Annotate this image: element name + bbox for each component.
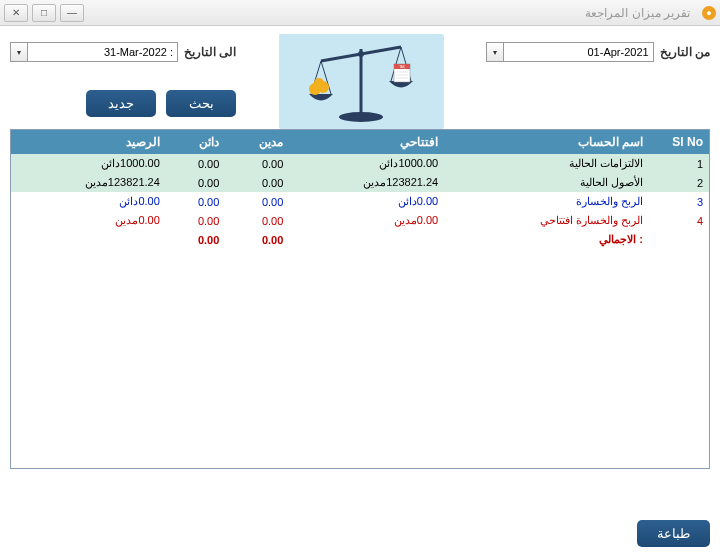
chevron-down-icon[interactable]: ▾	[10, 42, 28, 62]
cell-account: الربح والخسارة افتتاحي	[444, 211, 649, 230]
cell-opening: 1000.00دائن	[289, 154, 444, 173]
table-row[interactable]: 1الالتزامات الحالية1000.00دائن0.000.0010…	[11, 154, 709, 173]
from-date-label: من التاريخ	[660, 45, 710, 59]
table-row[interactable]: 4الربح والخسارة افتتاحي0.00مدين0.000.000…	[11, 211, 709, 230]
window-title: تقرير ميزان المراجعة	[84, 6, 696, 20]
col-credit: دائن	[166, 130, 225, 154]
to-date-input[interactable]	[28, 42, 178, 62]
cell-credit: 0.00	[166, 192, 225, 211]
to-date-group: الى التاريخ ▾	[10, 42, 236, 62]
cell-sl: 2	[649, 173, 709, 192]
cell-debit: 0.00	[225, 192, 289, 211]
cell-sl: 3	[649, 192, 709, 211]
cell-credit: 0.00	[166, 173, 225, 192]
cell-debit: 0.00	[225, 211, 289, 230]
cell-sl: 4	[649, 211, 709, 230]
cell-account: الأصول الحالية	[444, 173, 649, 192]
cell-credit: 0.00	[166, 154, 225, 173]
cell-opening: 123821.24مدين	[289, 173, 444, 192]
from-date-group: من التاريخ ▾	[486, 42, 710, 62]
table-row[interactable]: 3الربح والخسارة0.00دائن0.000.000.00دائن	[11, 192, 709, 211]
cell-debit: 0.00	[225, 173, 289, 192]
new-button[interactable]: جديد	[86, 90, 156, 117]
minimize-icon[interactable]: —	[60, 4, 84, 22]
report-table: Sl No اسم الحساب افتتاحي مدين دائن الرصي…	[10, 129, 710, 469]
to-date-label: الى التاريخ	[184, 45, 236, 59]
table-total-row: : الاجمالي0.000.00	[11, 230, 709, 249]
col-account: اسم الحساب	[444, 130, 649, 154]
cell-balance: 123821.24مدين	[11, 173, 166, 192]
cell-balance: 1000.00دائن	[11, 154, 166, 173]
total-cell: : الاجمالي	[444, 230, 649, 249]
total-cell: 0.00	[225, 230, 289, 249]
total-cell: 0.00	[166, 230, 225, 249]
col-debit: مدين	[225, 130, 289, 154]
balance-scale-illustration: TAX	[279, 34, 444, 129]
cell-account: الربح والخسارة	[444, 192, 649, 211]
table-row[interactable]: 2الأصول الحالية123821.24مدين0.000.001238…	[11, 173, 709, 192]
cell-sl: 1	[649, 154, 709, 173]
svg-text:TAX: TAX	[399, 65, 405, 69]
col-sl: Sl No	[649, 130, 709, 154]
cell-debit: 0.00	[225, 154, 289, 173]
cell-credit: 0.00	[166, 211, 225, 230]
total-cell	[11, 230, 166, 249]
maximize-icon[interactable]: □	[32, 4, 56, 22]
svg-point-3	[358, 51, 364, 57]
from-date-input[interactable]	[504, 42, 654, 62]
cell-balance: 0.00مدين	[11, 211, 166, 230]
print-button[interactable]: طباعة	[637, 520, 710, 547]
cell-opening: 0.00مدين	[289, 211, 444, 230]
cell-opening: 0.00دائن	[289, 192, 444, 211]
col-balance: الرصيد	[11, 130, 166, 154]
svg-point-9	[314, 78, 324, 88]
cell-account: الالتزامات الحالية	[444, 154, 649, 173]
cell-balance: 0.00دائن	[11, 192, 166, 211]
total-cell	[289, 230, 444, 249]
col-opening: افتتاحي	[289, 130, 444, 154]
app-icon: ●	[702, 6, 716, 20]
search-button[interactable]: بحث	[166, 90, 236, 117]
total-cell	[649, 230, 709, 249]
svg-point-4	[339, 112, 383, 122]
chevron-down-icon[interactable]: ▾	[486, 42, 504, 62]
close-icon[interactable]: ✕	[4, 4, 28, 22]
